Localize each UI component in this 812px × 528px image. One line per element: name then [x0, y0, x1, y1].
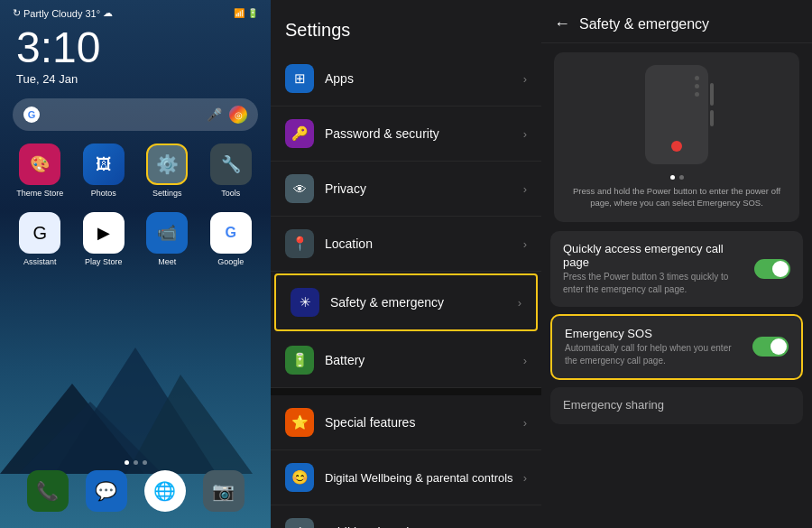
safety-panel: ← Safety & emergency Press and hold the …: [541, 0, 812, 528]
phone-mockup: [645, 65, 708, 164]
chevron-icon: ›: [518, 296, 521, 310]
chevron-icon: ›: [523, 416, 527, 430]
lens-icon: ◎: [229, 106, 247, 124]
settings-divider: [271, 388, 541, 395]
back-button[interactable]: ←: [554, 14, 570, 33]
status-bar: ↻ Partly Cloudy 31° ☁ 📶 🔋: [0, 0, 271, 23]
chevron-icon: ›: [523, 237, 527, 251]
safety-options-section: Quickly access emergency call page Press…: [541, 231, 812, 424]
sos-toggle[interactable]: [752, 337, 789, 357]
ind-dot-1: [670, 175, 675, 180]
safety-option-quick-access[interactable]: Quickly access emergency call page Press…: [550, 231, 803, 307]
dock: 📞 💬 🌐 📷: [0, 470, 271, 512]
app-grid-row1: 🎨 Theme Store 🖼 Photos ⚙️ Settings 🔧 Too…: [0, 136, 271, 205]
cam-dot-3: [695, 92, 699, 97]
camera-strip: [695, 76, 699, 97]
cam-dot-1: [695, 76, 699, 80]
safety-title: Safety & emergency: [579, 16, 709, 32]
settings-item-apps[interactable]: ⊞ Apps ›: [271, 51, 541, 107]
app-settings[interactable]: ⚙️ Settings: [140, 144, 195, 198]
safety-option-sharing[interactable]: Emergency sharing: [550, 387, 803, 424]
location-icon: 📍: [285, 229, 314, 258]
settings-item-battery[interactable]: 🔋 Battery ›: [271, 333, 541, 388]
settings-item-privacy[interactable]: 👁 Privacy ›: [271, 162, 541, 217]
sharing-title: Emergency sharing: [563, 398, 783, 412]
signal-icons: 📶 🔋: [234, 8, 258, 18]
privacy-icon: 👁: [285, 174, 314, 203]
quick-access-desc: Press the Power button 3 times quickly t…: [563, 271, 747, 296]
chevron-icon: ›: [523, 127, 527, 141]
cam-dot-2: [695, 84, 699, 88]
search-bar[interactable]: G 🎤 ◎: [13, 98, 258, 131]
settings-panel: Settings ⊞ Apps › 🔑 Password & security …: [271, 0, 541, 528]
settings-item-location[interactable]: 📍 Location ›: [271, 217, 541, 272]
app-assistant[interactable]: G Assistant: [13, 212, 68, 266]
safety-option-sos[interactable]: Emergency SOS Automatically call for hel…: [550, 314, 803, 380]
mic-icon: 🎤: [207, 107, 222, 122]
chevron-icon: ›: [523, 354, 527, 367]
dock-phone[interactable]: 📞: [27, 470, 69, 512]
page-dot-2: [134, 460, 138, 465]
chevron-icon: ›: [523, 72, 527, 86]
sharing-text: Emergency sharing: [563, 398, 783, 413]
password-icon: 🔑: [285, 119, 314, 148]
date-display: Tue, 24 Jan: [0, 72, 271, 93]
phone-preview-card: Press and hold the Power button to enter…: [554, 52, 799, 222]
chevron-icon: ›: [523, 182, 527, 196]
dock-chrome[interactable]: 🌐: [144, 470, 186, 512]
sos-desc: Automatically call for help when you ent…: [565, 342, 745, 367]
time-display: 3:10: [0, 23, 271, 72]
quick-access-toggle[interactable]: [754, 259, 790, 279]
sos-text: Emergency SOS Automatically call for hel…: [565, 327, 745, 367]
dock-messages[interactable]: 💬: [86, 470, 127, 512]
power-indicator: [671, 141, 682, 152]
dock-camera[interactable]: 📷: [203, 470, 245, 512]
settings-item-wellbeing[interactable]: 😊 Digital Wellbeing & parental controls …: [271, 450, 541, 505]
app-google[interactable]: G Google: [204, 212, 259, 266]
weather-display: ↻ Partly Cloudy 31° ☁: [13, 7, 113, 19]
wellbeing-icon: 😊: [285, 463, 314, 492]
safety-header: ← Safety & emergency: [541, 0, 812, 43]
settings-list-2: ⭐ Special features › 😊 Digital Wellbeing…: [271, 395, 541, 528]
app-theme-store[interactable]: 🎨 Theme Store: [13, 144, 68, 198]
settings-item-additional[interactable]: ⚙ Additional Settings ›: [271, 505, 541, 528]
settings-list: ⊞ Apps › 🔑 Password & security › 👁 Priva…: [271, 51, 541, 388]
app-grid-row2: G Assistant ▶ Play Store 📹 Meet G Google: [0, 205, 271, 273]
preview-caption: Press and hold the Power button to enter…: [567, 185, 787, 209]
settings-item-safety[interactable]: ✳ Safety & emergency ›: [274, 273, 538, 331]
app-play-store[interactable]: ▶ Play Store: [77, 212, 132, 266]
google-logo: G: [23, 107, 40, 123]
chevron-icon: ›: [523, 471, 527, 485]
settings-item-special[interactable]: ⭐ Special features ›: [271, 395, 541, 450]
additional-icon: ⚙: [285, 518, 314, 528]
battery-icon: 🔋: [285, 346, 314, 375]
preview-page-indicator: [670, 171, 684, 185]
page-dots: [0, 460, 271, 465]
page-dot-1: [125, 460, 129, 465]
sos-title: Emergency SOS: [565, 327, 745, 340]
app-meet[interactable]: 📹 Meet: [140, 212, 195, 266]
quick-access-text: Quickly access emergency call page Press…: [563, 242, 747, 296]
apps-icon: ⊞: [285, 64, 314, 93]
page-dot-3: [143, 460, 147, 465]
settings-title: Settings: [271, 0, 541, 51]
home-screen: ↻ Partly Cloudy 31° ☁ 📶 🔋 3:10 Tue, 24 J…: [0, 0, 271, 528]
app-tools[interactable]: 🔧 Tools: [204, 144, 259, 198]
special-icon: ⭐: [285, 408, 314, 437]
ind-dot-2: [679, 175, 684, 180]
settings-item-password[interactable]: 🔑 Password & security ›: [271, 107, 541, 162]
safety-icon: ✳: [291, 288, 319, 317]
quick-access-title: Quickly access emergency call page: [563, 242, 747, 269]
app-photos[interactable]: 🖼 Photos: [77, 144, 132, 198]
